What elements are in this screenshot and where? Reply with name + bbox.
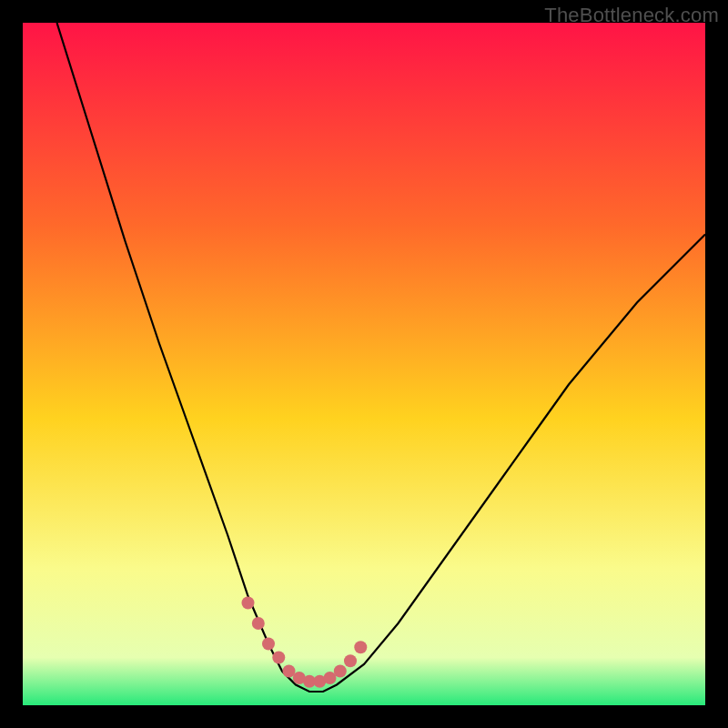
highlight-dot	[272, 652, 285, 664]
chart-frame: TheBottleneck.com	[0, 0, 728, 728]
highlight-dot	[242, 597, 255, 610]
highlight-dot	[252, 617, 265, 630]
highlight-dot	[334, 665, 347, 678]
curve-layer	[23, 23, 705, 705]
highlight-dot	[262, 638, 275, 651]
highlight-dots	[242, 597, 368, 688]
highlight-dot	[354, 641, 367, 653]
plot-area	[23, 23, 705, 705]
highlight-dot	[344, 654, 357, 667]
bottleneck-curve	[57, 23, 706, 692]
